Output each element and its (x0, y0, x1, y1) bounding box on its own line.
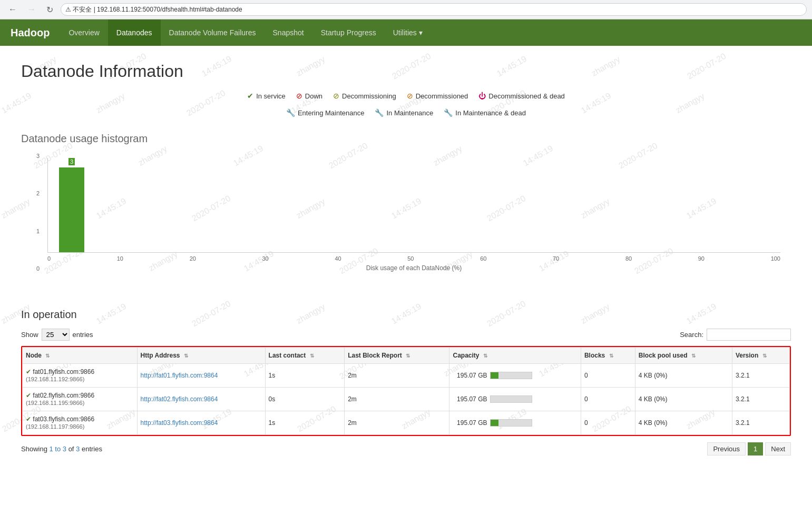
cell-block-pool-2: 4 KB (0%) (635, 411, 732, 435)
entering-maintenance-icon: 🔧 (286, 108, 295, 117)
y-tick-2: 2 (36, 190, 40, 196)
cell-last-block-report-0: 2m (345, 364, 449, 388)
capacity-sort-icon: ⇅ (483, 353, 487, 359)
capacity-bar-container-0: 195.07 GB (453, 372, 577, 379)
capacity-bar-fill-1 (491, 396, 492, 402)
col-last-block-report[interactable]: Last Block Report ⇅ (345, 348, 449, 364)
nav-item-overview[interactable]: Overview (60, 19, 107, 46)
capacity-bar-fill-0 (491, 372, 498, 379)
http-link-1[interactable]: http://fat02.flyfish.com:9864 (141, 395, 218, 403)
col-http[interactable]: Http Address ⇅ (137, 348, 265, 364)
prev-button[interactable]: Previous (707, 442, 746, 456)
capacity-bar-bg-2 (490, 419, 532, 427)
legend-decommissioned-dead: ⏻ Decommissioned & dead (478, 92, 565, 100)
cell-last-block-report-2: 2m (345, 411, 449, 435)
forward-button[interactable]: → (24, 4, 39, 15)
col-block-pool-used[interactable]: Block pool used ⇅ (635, 348, 732, 364)
search-label: Search: (680, 331, 703, 339)
nav-item-utilities[interactable]: Utilities ▾ (385, 19, 431, 46)
block-report-sort-icon: ⇅ (406, 353, 410, 359)
cell-node-1: ✔ fat02.flyfish.com:9866 (192.168.11.195… (23, 388, 138, 411)
x-tick-20: 20 (190, 255, 196, 262)
showing-text: Showing 1 to 3 of 3 entries (21, 445, 102, 453)
maintenance-dead-label: In Maintenance & dead (455, 109, 526, 117)
cell-capacity-1: 195.07 GB (449, 388, 581, 411)
capacity-text-2: 195.07 GB (453, 419, 487, 427)
node-ip-2: (192.168.11.197:9866) (26, 423, 84, 430)
in-maintenance-icon: 🔧 (375, 108, 384, 117)
capacity-text-0: 195.07 GB (453, 372, 487, 379)
capacity-text-1: 195.07 GB (453, 395, 487, 403)
cell-last-block-report-1: 2m (345, 388, 449, 411)
cell-blocks-1: 0 (581, 388, 635, 411)
show-label: Show (21, 331, 38, 339)
back-button[interactable]: ← (5, 4, 20, 15)
showing-total-link[interactable]: 3 (76, 445, 80, 453)
y-tick-3: 3 (36, 153, 40, 159)
data-table-wrapper: Node ⇅ Http Address ⇅ Last contact ⇅ Las… (21, 346, 791, 436)
page-1-button[interactable]: 1 (748, 442, 763, 456)
bar-value-0: 3 (69, 158, 75, 165)
address-bar[interactable] (61, 3, 807, 16)
histogram-bar-0: 3 (59, 167, 85, 252)
x-tick-90: 90 (698, 255, 705, 262)
cell-last-contact-1: 0s (265, 388, 345, 411)
cell-last-contact-0: 1s (265, 364, 345, 388)
capacity-bar-bg-0 (490, 372, 532, 379)
refresh-button[interactable]: ↻ (43, 4, 56, 16)
x-tick-80: 80 (625, 255, 632, 262)
showing-range-link[interactable]: 1 to 3 (49, 445, 66, 453)
y-tick-1: 1 (36, 228, 40, 234)
nav-item-snapshot[interactable]: Snapshot (265, 19, 312, 46)
cell-block-pool-1: 4 KB (0%) (635, 388, 732, 411)
cell-last-contact-2: 1s (265, 411, 345, 435)
cell-capacity-0: 195.07 GB (449, 364, 581, 388)
down-label: Down (305, 92, 322, 100)
node-name-2: fat03.flyfish.com:9866 (33, 415, 94, 423)
legend: ✔ In service ⊘ Down ⊘ Decommissioning ⊘ … (21, 92, 791, 117)
histogram-title: Datanode usage histogram (21, 133, 791, 145)
legend-decommissioned: ⊘ Decommissioned (407, 92, 468, 100)
http-link-0[interactable]: http://fat01.flyfish.com:9864 (141, 372, 218, 379)
table-row: ✔ fat02.flyfish.com:9866 (192.168.11.195… (23, 388, 790, 411)
capacity-bar-container-1: 195.07 GB (453, 395, 577, 403)
legend-down: ⊘ Down (296, 92, 322, 100)
cell-http-0: http://fat01.flyfish.com:9864 (137, 364, 265, 388)
navbar-brand: Hadoop (11, 27, 50, 39)
node-sort-icon: ⇅ (45, 353, 50, 359)
cell-node-0: ✔ fat01.flyfish.com:9866 (192.168.11.192… (23, 364, 138, 388)
col-version[interactable]: Version ⇅ (732, 348, 789, 364)
histogram-x-axis: 0 10 20 30 40 50 60 70 80 90 100 (47, 255, 780, 262)
y-tick-0: 0 (36, 265, 40, 272)
entering-maintenance-label: Entering Maintenance (298, 109, 364, 117)
col-blocks[interactable]: Blocks ⇅ (581, 348, 635, 364)
cell-block-pool-0: 4 KB (0%) (635, 364, 732, 388)
nav-item-volume-failures[interactable]: Datanode Volume Failures (161, 19, 265, 46)
legend-entering-maintenance: 🔧 Entering Maintenance (286, 108, 364, 117)
histogram-x-label: Disk usage of each DataNode (%) (47, 264, 780, 272)
col-last-contact[interactable]: Last contact ⇅ (265, 348, 345, 364)
http-link-2[interactable]: http://fat03.flyfish.com:9864 (141, 419, 218, 427)
node-name-0: fat01.flyfish.com:9866 (33, 368, 94, 375)
blocks-sort-icon: ⇅ (609, 353, 613, 359)
col-node[interactable]: Node ⇅ (23, 348, 138, 364)
next-button[interactable]: Next (765, 442, 791, 456)
x-tick-30: 30 (262, 255, 269, 262)
decommissioned-dead-label: Decommissioned & dead (488, 92, 565, 100)
in-service-label: In service (256, 92, 286, 100)
page-title: Datanode Information (21, 62, 791, 81)
show-select[interactable]: 10 25 50 100 (42, 329, 70, 341)
nav-item-datanodes[interactable]: Datanodes (108, 19, 161, 46)
decommissioned-icon: ⊘ (407, 92, 413, 100)
http-sort-icon: ⇅ (184, 353, 188, 359)
nav-item-startup-progress[interactable]: Startup Progress (312, 19, 385, 46)
block-pool-sort-icon: ⇅ (691, 353, 696, 359)
x-tick-50: 50 (407, 255, 414, 262)
col-capacity[interactable]: Capacity ⇅ (449, 348, 581, 364)
maintenance-dead-icon: 🔧 (444, 108, 453, 117)
decommissioned-label: Decommissioned (416, 92, 468, 100)
search-box: Search: (680, 329, 791, 341)
down-icon: ⊘ (296, 92, 302, 100)
decommissioning-label: Decommissioning (342, 92, 396, 100)
search-input[interactable] (707, 329, 791, 341)
